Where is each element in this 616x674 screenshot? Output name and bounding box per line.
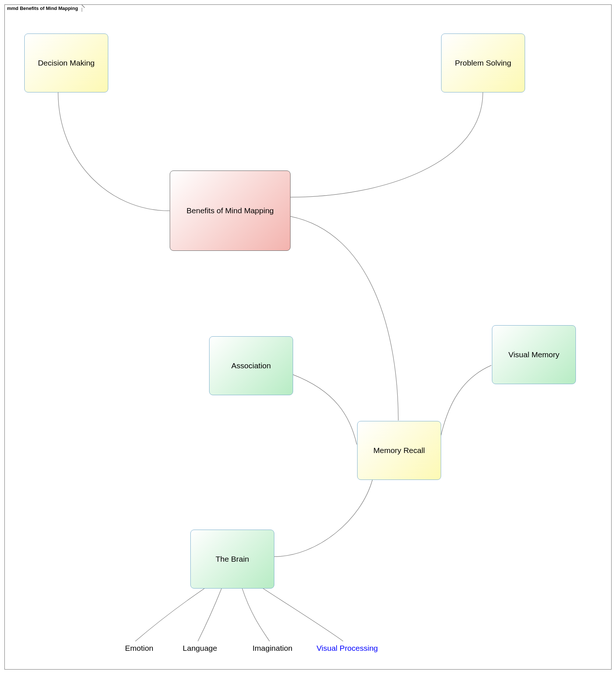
node-the-brain[interactable]: The Brain	[190, 530, 274, 589]
node-memory-recall[interactable]: Memory Recall	[357, 421, 441, 480]
node-problem-solving[interactable]: Problem Solving	[441, 34, 525, 92]
leaf-imagination[interactable]: Imagination	[243, 644, 302, 653]
node-label: Decision Making	[38, 59, 95, 67]
edge	[262, 588, 343, 641]
edge	[58, 92, 170, 211]
leaf-language[interactable]: Language	[174, 644, 226, 653]
leaf-label-text: Imagination	[253, 644, 293, 652]
edge	[290, 92, 483, 197]
edge	[441, 365, 492, 437]
edge	[198, 588, 222, 641]
node-label: Memory Recall	[373, 446, 425, 455]
leaf-label-text: Emotion	[125, 644, 153, 652]
edge	[293, 375, 357, 445]
frame-title-tab: mmd Benefits of Mind Mapping	[4, 4, 82, 12]
node-label: Association	[231, 361, 271, 370]
node-association[interactable]: Association	[209, 336, 293, 395]
edge	[242, 588, 270, 641]
leaf-visual-processing[interactable]: Visual Processing	[307, 644, 388, 653]
diagram-frame: mmd Benefits of Mind Mapping Decision Ma…	[4, 4, 612, 670]
edge	[290, 216, 398, 420]
leaf-emotion[interactable]: Emotion	[117, 644, 161, 653]
leaf-label-text: Language	[183, 644, 217, 652]
node-decision-making[interactable]: Decision Making	[24, 34, 108, 92]
node-visual-memory[interactable]: Visual Memory	[492, 325, 576, 384]
edge	[135, 588, 205, 641]
node-label: Problem Solving	[455, 59, 511, 67]
node-label: The Brain	[215, 555, 249, 564]
node-label: Visual Memory	[508, 350, 560, 359]
frame-title: mmd Benefits of Mind Mapping	[7, 6, 78, 11]
node-label: Benefits of Mind Mapping	[187, 206, 274, 215]
edge	[274, 480, 373, 557]
leaf-label-text: Visual Processing	[317, 644, 378, 652]
node-benefits[interactable]: Benefits of Mind Mapping	[170, 171, 291, 251]
